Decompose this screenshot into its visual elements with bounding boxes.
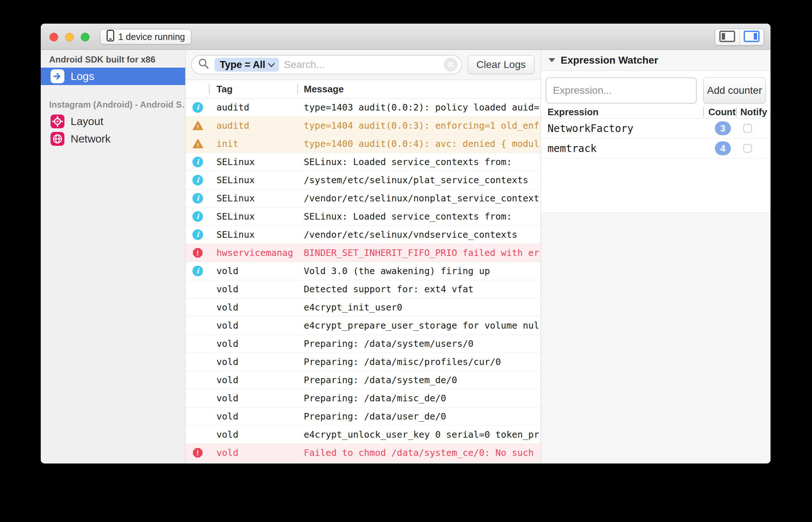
zoom-button[interactable]: [81, 33, 89, 41]
info-icon: i: [186, 211, 216, 222]
clear-search-icon[interactable]: ✕: [444, 58, 458, 72]
log-rows: iauditdtype=1403 audit(0.0:2): policy lo…: [186, 99, 541, 463]
svg-text:!: !: [196, 249, 199, 257]
warning-icon: !: [186, 138, 216, 149]
info-icon: i: [186, 175, 216, 185]
sidebar-right-toggle-icon: [744, 31, 760, 44]
panel-toggles: [715, 29, 764, 45]
minimize-button[interactable]: [65, 33, 74, 41]
log-tag: SELinux: [216, 175, 304, 185]
warning-icon: !: [186, 120, 216, 131]
sidebar: Android SDK built for x86 Logs Instagram…: [41, 50, 186, 463]
toggle-right-sidebar-button[interactable]: [739, 29, 764, 45]
log-tag: vold: [216, 266, 304, 276]
log-message: Preparing: /data/misc_de/0: [304, 393, 541, 403]
expression-form: Expression... Add counter: [541, 71, 771, 104]
target-icon: [51, 115, 64, 128]
log-message: type=1400 audit(0.0:4): avc: denied { mo…: [304, 138, 541, 149]
logs-panel: Type = All Search... ✕ Clear Logs Tag Me…: [186, 50, 541, 463]
log-row[interactable]: iSELinux/system/etc/selinux/plat_service…: [186, 171, 541, 189]
log-row[interactable]: iSELinuxSELinux: Loaded service_contexts…: [186, 153, 541, 171]
log-message: e4crypt_init_user0: [304, 302, 541, 313]
log-message: Failed to chmod /data/system_ce/0: No su…: [304, 447, 541, 458]
watch-row[interactable]: memtrack4: [541, 138, 771, 158]
log-tag: SELinux: [216, 229, 304, 240]
log-row[interactable]: iSELinux/vendor/etc/selinux/vndservice_c…: [186, 226, 541, 244]
log-tag: auditd: [216, 102, 304, 113]
sidebar-item-network[interactable]: Network: [41, 130, 185, 148]
arrow-right-icon: [51, 69, 64, 83]
log-message: type=1404 audit(0.0:3): enforcing=1 old_…: [304, 120, 541, 131]
log-row[interactable]: voldDetected support for: ext4 vfat: [186, 280, 541, 298]
logs-toolbar: Type = All Search... ✕ Clear Logs: [186, 50, 541, 80]
log-row[interactable]: !inittype=1400 audit(0.0:4): avc: denied…: [186, 135, 541, 153]
desktop: { "colors": { "accent_blue": "#4a7de1", …: [0, 0, 812, 522]
error-icon: !: [186, 447, 216, 458]
column-divider: [209, 84, 210, 94]
notify-checkbox[interactable]: [743, 124, 752, 133]
notify-checkbox[interactable]: [743, 144, 752, 153]
watch-table-header: Expression Count Notify: [541, 106, 771, 119]
traffic-lights: [49, 33, 89, 41]
search-input[interactable]: Search...: [284, 59, 439, 71]
log-message: type=1403 audit(0.0:2): policy loaded au…: [304, 102, 541, 113]
column-header-notify: Notify: [740, 107, 767, 118]
log-row[interactable]: iSELinuxSELinux: Loaded service_contexts…: [186, 208, 541, 226]
log-table-header: Tag Message: [186, 80, 541, 99]
log-tag: vold: [216, 447, 304, 458]
disclosure-triangle-icon: [549, 58, 555, 62]
log-row[interactable]: volde4crypt_prepare_user_storage for vol…: [186, 317, 541, 335]
log-row[interactable]: !voldFailed to chmod /data/system_ce/0: …: [186, 444, 541, 462]
expression-watcher-empty-area: [541, 213, 771, 463]
log-message: SELinux: Loaded service_contexts from:: [304, 211, 541, 222]
column-header-tag: Tag: [216, 84, 232, 95]
log-row[interactable]: volde4crypt_init_user0: [186, 298, 541, 317]
window-content: Android SDK built for x86 Logs Instagram…: [41, 50, 771, 463]
log-row[interactable]: volde4crypt_unlock_user_key 0 serial=0 t…: [186, 426, 541, 444]
toggle-left-sidebar-button[interactable]: [715, 29, 739, 45]
log-tag: SELinux: [216, 193, 304, 204]
info-icon: i: [186, 157, 216, 167]
log-row[interactable]: iSELinux/vendor/etc/selinux/nonplat_serv…: [186, 189, 541, 208]
log-tag: vold: [216, 357, 304, 367]
log-tag: vold: [216, 375, 304, 385]
log-row[interactable]: voldPreparing: /data/misc_de/0: [186, 389, 541, 407]
expression-input[interactable]: Expression...: [546, 77, 697, 104]
log-tag: vold: [216, 320, 304, 331]
log-tag: auditd: [216, 120, 304, 131]
sidebar-left-toggle-icon: [719, 31, 735, 44]
log-tag: vold: [216, 338, 304, 349]
sidebar-item-logs[interactable]: Logs: [41, 68, 185, 85]
log-row[interactable]: !hwservicemanagBINDER_SET_INHERIT_FIFO_P…: [186, 244, 541, 262]
log-tag: SELinux: [216, 157, 304, 167]
add-counter-button[interactable]: Add counter: [703, 77, 766, 104]
clear-logs-button[interactable]: Clear Logs: [468, 55, 534, 74]
log-row[interactable]: voldPreparing: /data/user_de/0: [186, 407, 541, 426]
sidebar-item-label: Network: [71, 133, 111, 145]
sidebar-item-layout[interactable]: Layout: [41, 113, 185, 130]
log-row[interactable]: iauditdtype=1403 audit(0.0:2): policy lo…: [186, 99, 541, 117]
search-bar[interactable]: Type = All Search... ✕: [191, 55, 462, 75]
devices-button[interactable]: 1 device running: [100, 29, 191, 44]
app-section-label: Instagram (Android) - Android S…: [41, 99, 185, 113]
type-filter-dropdown[interactable]: Type = All: [215, 58, 279, 72]
log-message: Preparing: /data/user_de/0: [304, 411, 541, 422]
watch-row[interactable]: NetworkFactory3: [541, 119, 771, 138]
log-row[interactable]: ivoldVold 3.0 (the awakening) firing up: [186, 262, 541, 280]
type-filter-label: Type = All: [220, 59, 265, 71]
column-header-message: Message: [304, 84, 344, 95]
log-tag: SELinux: [216, 211, 304, 222]
log-message: Preparing: /data/system/users/0: [304, 338, 541, 349]
log-message: e4crypt_prepare_user_storage for volume …: [304, 320, 541, 331]
close-button[interactable]: [49, 33, 58, 41]
expression-watcher-header[interactable]: Expression Watcher: [541, 50, 771, 71]
log-row[interactable]: voldPreparing: /data/system_de/0: [186, 371, 541, 389]
log-row[interactable]: voldPreparing: /data/system/users/0: [186, 335, 541, 353]
log-row[interactable]: !auditdtype=1404 audit(0.0:3): enforcing…: [186, 117, 541, 135]
column-divider: [736, 107, 737, 117]
column-header-count: Count: [708, 107, 736, 118]
sidebar-item-label: Layout: [71, 115, 103, 128]
log-tag: vold: [216, 284, 304, 294]
log-row[interactable]: voldPreparing: /data/misc/profiles/cur/0: [186, 353, 541, 371]
log-message: SELinux: Loaded service_contexts from:: [304, 157, 541, 167]
